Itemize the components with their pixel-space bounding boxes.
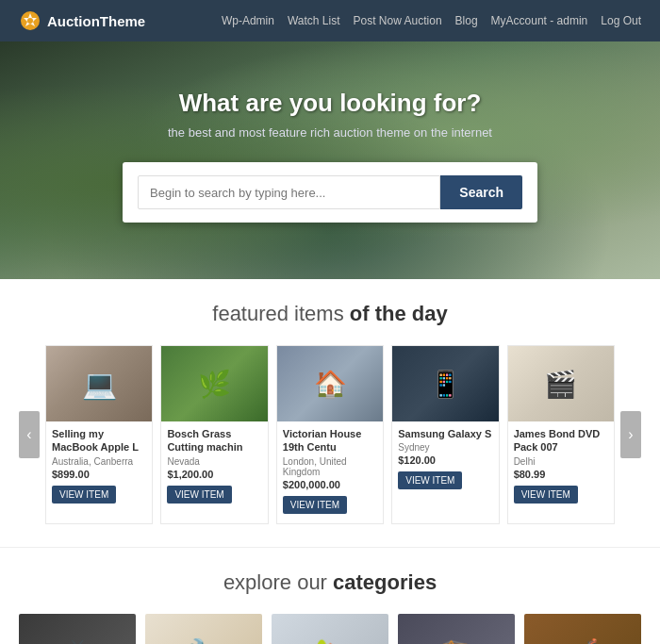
category-image — [272, 614, 388, 644]
search-button[interactable]: Search — [440, 175, 522, 209]
item-title: Bosch Grass Cutting machin — [167, 427, 261, 454]
item-title: Samsung Galaxy S — [398, 427, 492, 440]
svg-point-1 — [27, 18, 33, 24]
nav-item[interactable]: MyAccount - admin — [491, 14, 588, 27]
category-card[interactable]: Hardware — [145, 614, 262, 644]
item-price: $200,000.00 — [283, 479, 377, 490]
categories-section: explore our categories Digital TVHardwar… — [0, 547, 660, 644]
item-info: Bosch Grass Cutting machinNevada$1,200.0… — [161, 421, 267, 513]
featured-item-card: James Bond DVD Pack 007Delhi$80.99VIEW I… — [507, 345, 615, 524]
item-image — [277, 346, 383, 421]
carousel-prev-button[interactable]: ‹ — [19, 411, 40, 458]
featured-title-bold: of the day — [350, 302, 448, 325]
category-card[interactable]: Digital TV — [19, 614, 136, 644]
logo-icon — [19, 9, 41, 32]
item-title: Selling my MacBook Apple L — [52, 427, 146, 454]
view-item-button[interactable]: VIEW ITEM — [167, 486, 231, 504]
item-location: Delhi — [514, 456, 608, 467]
view-item-button[interactable]: VIEW ITEM — [398, 471, 462, 489]
featured-item-card: Victorian House 19th CentuLondon, United… — [276, 345, 384, 524]
view-item-button[interactable]: VIEW ITEM — [52, 486, 116, 504]
item-price: $120.00 — [398, 454, 492, 466]
featured-item-card: Bosch Grass Cutting machinNevada$1,200.0… — [160, 345, 268, 524]
item-location: London, United Kingdom — [283, 456, 377, 477]
search-box: Search — [123, 162, 537, 223]
category-image — [145, 614, 262, 644]
item-info: Victorian House 19th CentuLondon, United… — [277, 421, 383, 523]
categories-title-bold: categories — [333, 570, 437, 594]
category-card[interactable]: Music & Art — [524, 614, 641, 644]
category-image — [19, 614, 136, 644]
item-location: Australia, Canberra — [52, 456, 146, 467]
hero-heading: What are you looking for? — [123, 89, 537, 118]
nav-item[interactable]: Post Now Auction — [354, 14, 442, 27]
hero-subheading: the best and most feature rich auction t… — [123, 125, 537, 140]
item-location: Nevada — [167, 456, 261, 467]
item-info: Samsung Galaxy SSydney$120.00VIEW ITEM — [392, 421, 498, 499]
categories-row: Digital TVHardwareHousesHousingMusic & A… — [19, 614, 641, 644]
item-price: $899.00 — [52, 469, 146, 480]
search-input[interactable] — [138, 175, 440, 209]
item-image — [392, 346, 498, 421]
featured-title-normal: featured items — [212, 302, 350, 325]
item-title: James Bond DVD Pack 007 — [514, 427, 608, 454]
nav-item[interactable]: Watch List — [288, 14, 340, 27]
category-card[interactable]: Houses — [272, 614, 388, 644]
nav-item[interactable]: Log Out — [601, 14, 641, 27]
categories-title-normal: explore our — [223, 570, 333, 594]
hero-section: What are you looking for? the best and m… — [0, 41, 660, 279]
categories-title: explore our categories — [19, 570, 641, 595]
item-image — [161, 346, 267, 421]
nav-item[interactable]: Blog — [455, 14, 478, 27]
item-title: Victorian House 19th Centu — [283, 427, 377, 454]
nav-item[interactable]: Wp-Admin — [222, 14, 274, 27]
logo: AuctionTheme — [19, 9, 145, 32]
carousel-next-button[interactable]: › — [620, 411, 641, 458]
carousel: ‹ Selling my MacBook Apple LAustralia, C… — [19, 345, 641, 524]
item-image — [508, 346, 614, 421]
item-price: $1,200.00 — [167, 469, 261, 480]
nav: Wp-AdminWatch ListPost Now AuctionBlogMy… — [222, 14, 641, 27]
header: AuctionTheme Wp-AdminWatch ListPost Now … — [0, 0, 660, 41]
featured-title: featured items of the day — [19, 302, 641, 326]
logo-text: AuctionTheme — [47, 13, 145, 29]
item-image — [46, 346, 152, 421]
featured-item-card: Selling my MacBook Apple LAustralia, Can… — [45, 345, 153, 524]
item-location: Sydney — [398, 442, 492, 453]
hero-content: What are you looking for? the best and m… — [123, 89, 537, 223]
item-price: $80.99 — [514, 469, 608, 480]
category-image — [398, 614, 515, 644]
item-info: James Bond DVD Pack 007Delhi$80.99VIEW I… — [508, 421, 614, 513]
featured-item-card: Samsung Galaxy SSydney$120.00VIEW ITEM — [391, 345, 499, 524]
items-row: Selling my MacBook Apple LAustralia, Can… — [45, 345, 615, 524]
item-info: Selling my MacBook Apple LAustralia, Can… — [46, 421, 152, 513]
featured-section: featured items of the day ‹ Selling my M… — [0, 279, 660, 547]
view-item-button[interactable]: VIEW ITEM — [283, 496, 347, 514]
view-item-button[interactable]: VIEW ITEM — [514, 486, 578, 504]
category-image — [524, 614, 641, 644]
category-card[interactable]: Housing — [398, 614, 515, 644]
